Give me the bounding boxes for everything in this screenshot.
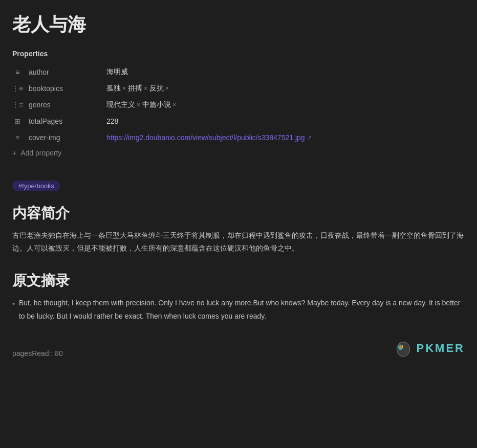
svg-point-0 bbox=[397, 342, 409, 356]
tag-item: 孤独 × bbox=[106, 84, 126, 93]
plus-icon: + bbox=[12, 149, 16, 157]
property-row: ≡author海明威 bbox=[12, 64, 465, 80]
property-value: 孤独 ×拼搏 ×反抗 × bbox=[106, 84, 169, 93]
property-link[interactable]: https://img2.doubanio.com/view/subject/l… bbox=[106, 133, 312, 142]
content-section: 内容简介 古巴老渔夫独自在海上与一条巨型大马林鱼缠斗三天终于将其制服，却在归程中… bbox=[12, 204, 465, 255]
properties-section: Properties ≡author海明威⋮≡booktopics孤独 ×拼搏 … bbox=[12, 50, 465, 160]
tag-item: 中篇小说 × bbox=[142, 100, 176, 109]
property-row: ≡cover-imghttps://img2.doubanio.com/view… bbox=[12, 129, 465, 146]
tag-item: 现代主义 × bbox=[106, 100, 140, 109]
add-property-button[interactable]: + Add property bbox=[12, 146, 465, 160]
property-name-label: genres bbox=[29, 101, 100, 109]
content-heading: 内容简介 bbox=[12, 204, 465, 223]
quote-text: But, he thought, I keep them with precis… bbox=[19, 297, 465, 322]
property-name-label: totalPages bbox=[29, 117, 100, 125]
property-value[interactable]: https://img2.doubanio.com/view/subject/l… bbox=[106, 133, 312, 142]
properties-heading: Properties bbox=[12, 50, 465, 58]
property-row: ⋮≡booktopics孤独 ×拼搏 ×反抗 × bbox=[12, 80, 465, 97]
quote-section: 原文摘录 • But, he thought, I keep them with… bbox=[12, 271, 465, 322]
pages-read-label: pagesRead:: 80 bbox=[12, 349, 63, 357]
property-rows: ≡author海明威⋮≡booktopics孤独 ×拼搏 ×反抗 ×⋮≡genr… bbox=[12, 64, 465, 146]
tag-remove-icon[interactable]: × bbox=[137, 101, 140, 108]
footer: pagesRead:: 80 PKMER bbox=[12, 339, 465, 357]
page-title: 老人与海 bbox=[12, 12, 465, 37]
list-icon: ≡ bbox=[12, 67, 23, 77]
property-value: 现代主义 ×中篇小说 × bbox=[106, 100, 176, 109]
type-badge[interactable]: #type/books bbox=[12, 181, 60, 191]
property-name-label: author bbox=[29, 68, 100, 76]
quote-heading: 原文摘录 bbox=[12, 271, 465, 290]
svg-point-3 bbox=[401, 345, 402, 346]
quote-item: • But, he thought, I keep them with prec… bbox=[12, 297, 465, 322]
list-detail-icon: ⋮≡ bbox=[12, 83, 23, 94]
pkmer-text: PKMER bbox=[417, 342, 465, 355]
property-value: 海明威 bbox=[106, 68, 128, 77]
tag-item: 拼搏 × bbox=[128, 84, 147, 93]
pkmer-icon bbox=[394, 339, 413, 357]
property-name-label: booktopics bbox=[29, 84, 100, 93]
content-text: 古巴老渔夫独自在海上与一条巨型大马林鱼缠斗三天终于将其制服，却在归程中遇到鲨鱼的… bbox=[12, 229, 465, 255]
svg-point-2 bbox=[400, 345, 403, 347]
property-row: ⋮≡genres现代主义 ×中篇小说 × bbox=[12, 97, 465, 113]
pkmer-logo: PKMER bbox=[394, 339, 465, 357]
property-name-label: cover-img bbox=[29, 133, 100, 142]
external-link-icon: ↗ bbox=[307, 135, 312, 141]
list-icon: ≡ bbox=[12, 132, 23, 143]
add-property-label: Add property bbox=[20, 149, 61, 157]
tag-item: 反抗 × bbox=[149, 84, 169, 93]
tag-remove-icon[interactable]: × bbox=[172, 101, 176, 108]
grid-icon: ⊞ bbox=[12, 116, 23, 126]
tag-remove-icon[interactable]: × bbox=[144, 85, 147, 92]
property-row: ⊞totalPages228 bbox=[12, 113, 465, 129]
property-value: 228 bbox=[106, 117, 118, 125]
tag-remove-icon[interactable]: × bbox=[165, 85, 169, 92]
tag-remove-icon[interactable]: × bbox=[122, 85, 126, 92]
quote-bullet-icon: • bbox=[12, 298, 15, 322]
list-detail-icon: ⋮≡ bbox=[12, 100, 23, 110]
